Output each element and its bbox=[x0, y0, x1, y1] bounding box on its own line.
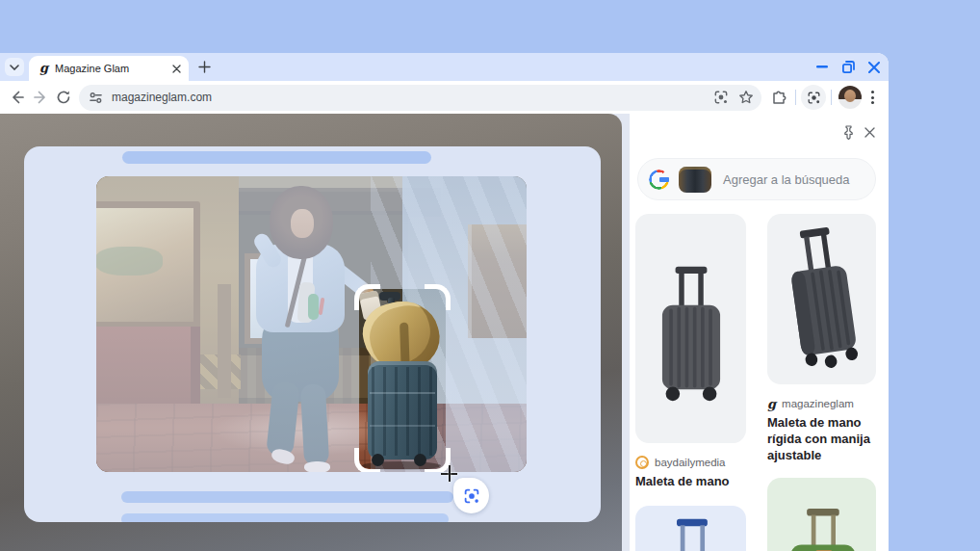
magazine-article-card bbox=[24, 146, 601, 522]
search-input[interactable]: Agregar a la búsqueda bbox=[723, 172, 850, 187]
lens-icon bbox=[463, 487, 480, 505]
text-placeholder-bar-1 bbox=[121, 491, 453, 503]
woman-with-phone bbox=[248, 184, 354, 471]
text-placeholder-bar-2 bbox=[121, 513, 449, 522]
result-source: magazineglam bbox=[782, 398, 854, 409]
reload-icon bbox=[56, 90, 71, 105]
back-icon bbox=[10, 90, 25, 105]
desktop: g Magazine Glam bbox=[0, 0, 980, 551]
tab-favicon: g bbox=[39, 61, 48, 75]
close-icon bbox=[868, 62, 880, 73]
browser-window: g Magazine Glam bbox=[0, 53, 889, 551]
chevron-down-icon bbox=[10, 65, 19, 70]
selection-thumbnail bbox=[679, 167, 711, 193]
selection-corner-bottom-left[interactable] bbox=[354, 448, 380, 472]
result-card-dark-suitcase[interactable] bbox=[767, 214, 876, 384]
tab-strip: g Magazine Glam bbox=[0, 53, 889, 81]
browser-menu-button[interactable] bbox=[864, 91, 881, 104]
lens-search-bar[interactable]: Agregar a la búsqueda bbox=[637, 158, 876, 200]
extensions-puzzle-icon bbox=[771, 90, 787, 105]
minimize-button[interactable] bbox=[815, 61, 829, 74]
browser-toolbar: magazineglam.com bbox=[0, 81, 889, 114]
lens-icon bbox=[807, 91, 821, 105]
result-source: baydailymedia bbox=[655, 457, 726, 468]
bookmark-star-icon[interactable] bbox=[738, 90, 754, 105]
webpage-area bbox=[0, 114, 630, 551]
headline-placeholder-bar bbox=[122, 151, 431, 164]
close-icon bbox=[864, 127, 875, 138]
profile-avatar[interactable] bbox=[838, 86, 862, 109]
url-text[interactable]: magazineglam.com bbox=[112, 91, 713, 104]
pin-panel-button[interactable] bbox=[839, 123, 857, 141]
minimize-icon bbox=[816, 66, 828, 68]
result-card-blue-suitcase[interactable] bbox=[635, 506, 746, 551]
selection-crosshair-cursor bbox=[441, 465, 457, 482]
tab-title: Magazine Glam bbox=[55, 63, 172, 74]
baydailymedia-favicon-icon bbox=[635, 456, 649, 469]
result-title[interactable]: Maleta de mano bbox=[635, 474, 746, 490]
address-bar[interactable]: magazineglam.com bbox=[79, 85, 761, 111]
selection-corner-top-right[interactable] bbox=[425, 284, 451, 310]
tab-search-button[interactable] bbox=[5, 58, 24, 76]
new-tab-button[interactable] bbox=[196, 59, 213, 75]
lens-toolbar-button[interactable] bbox=[801, 85, 826, 110]
site-settings-icon[interactable] bbox=[89, 91, 103, 105]
back-button[interactable] bbox=[6, 86, 29, 109]
panel-header bbox=[630, 114, 889, 156]
green-suitcase-image bbox=[782, 485, 863, 551]
results-column-left: baydailymedia Maleta de mano bbox=[635, 214, 746, 551]
visual-matches-grid: baydailymedia Maleta de mano bbox=[630, 200, 889, 551]
restore-button[interactable] bbox=[841, 61, 855, 74]
result-card-green-suitcase[interactable] bbox=[767, 478, 876, 551]
restore-icon bbox=[842, 61, 855, 73]
content-area: Agregar a la búsqueda bbox=[0, 114, 889, 551]
forward-button[interactable] bbox=[29, 86, 52, 109]
toolbar-separator bbox=[795, 90, 796, 105]
blue-suitcase-image bbox=[648, 515, 735, 551]
result-source-row[interactable]: baydailymedia bbox=[635, 456, 746, 469]
lens-search-bubble-button[interactable] bbox=[453, 478, 489, 513]
results-column-right: g magazineglam Maleta de mano rígida con… bbox=[767, 214, 876, 551]
lens-address-icon[interactable] bbox=[713, 90, 729, 105]
extensions-button[interactable] bbox=[767, 86, 790, 109]
dark-suitcase-image bbox=[772, 217, 870, 380]
reload-button[interactable] bbox=[52, 86, 75, 109]
close-window-button[interactable] bbox=[867, 61, 881, 74]
tab-close-icon[interactable] bbox=[172, 65, 181, 73]
pin-icon bbox=[842, 125, 855, 140]
lens-dim-overlay bbox=[359, 289, 446, 469]
plus-icon bbox=[198, 61, 211, 73]
magazineglam-favicon: g bbox=[767, 398, 776, 410]
tab-magazine-glam[interactable]: g Magazine Glam bbox=[29, 56, 189, 81]
lens-side-panel: Agregar a la búsqueda bbox=[630, 114, 889, 551]
close-panel-button[interactable] bbox=[861, 123, 878, 141]
gray-suitcase-image bbox=[652, 227, 731, 439]
result-title[interactable]: Maleta de mano rígida con manija ajustab… bbox=[767, 415, 876, 464]
forward-icon bbox=[33, 90, 48, 105]
result-card-gray-suitcase[interactable] bbox=[635, 214, 746, 443]
address-bar-actions bbox=[713, 90, 754, 105]
google-logo-icon bbox=[649, 170, 669, 190]
window-controls bbox=[815, 53, 889, 81]
result-source-row[interactable]: g magazineglam bbox=[767, 397, 876, 410]
selection-corner-top-left[interactable] bbox=[354, 284, 380, 310]
toolbar-separator-2 bbox=[831, 90, 832, 105]
article-photo[interactable] bbox=[96, 176, 527, 472]
display-case bbox=[96, 201, 200, 328]
